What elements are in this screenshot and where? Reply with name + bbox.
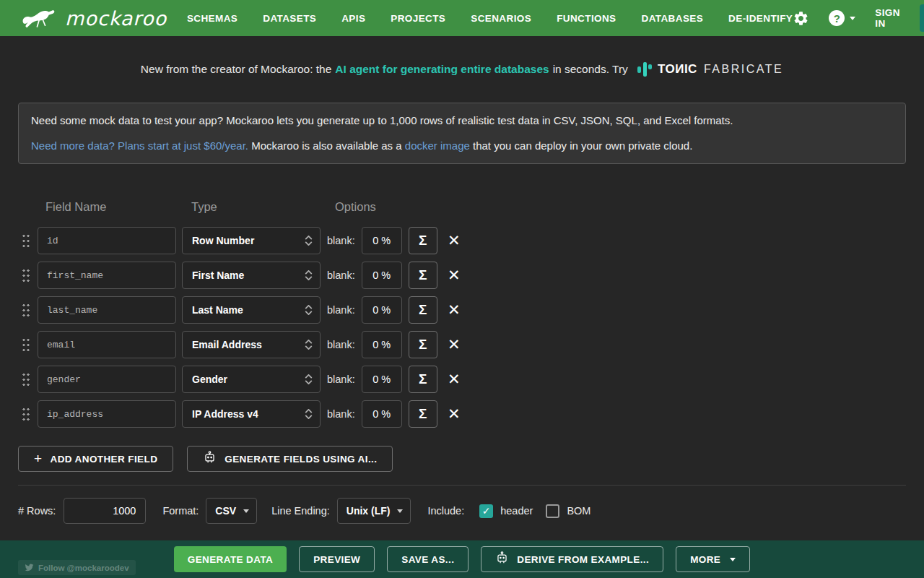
- field-name-input[interactable]: [38, 296, 176, 324]
- format-select[interactable]: CSV: [206, 498, 257, 524]
- remove-field-button[interactable]: ✕: [445, 331, 463, 358]
- drag-handle-icon[interactable]: [22, 372, 30, 387]
- upgrade-button[interactable]: UPGRADE: [920, 4, 924, 32]
- nav-item-scenarios[interactable]: SCENARIOS: [471, 13, 531, 24]
- blank-label: blank:: [327, 408, 355, 420]
- caret-down-icon: [243, 509, 249, 513]
- caret-down-icon: [397, 509, 403, 513]
- remove-field-button[interactable]: ✕: [445, 262, 463, 289]
- fabricate-wordmark: FABRICATE: [704, 63, 783, 76]
- blank-percent-input[interactable]: [362, 400, 402, 428]
- bom-checkbox[interactable]: [546, 504, 559, 518]
- field-type-select[interactable]: IP Address v4: [182, 400, 321, 428]
- header-field-name: Field Name: [45, 200, 106, 214]
- kangaroo-icon: [20, 6, 58, 30]
- robot-icon: [495, 551, 509, 567]
- generate-fields-ai-button[interactable]: GENERATE FIELDS USING AI...: [187, 446, 393, 472]
- help-menu-button[interactable]: ?: [829, 10, 855, 26]
- generate-data-button[interactable]: GENERATE DATA: [174, 546, 287, 572]
- drag-handle-icon[interactable]: [22, 407, 30, 422]
- remove-field-button[interactable]: ✕: [445, 227, 463, 254]
- blank-percent-input[interactable]: [362, 331, 402, 358]
- nav-item-schemas[interactable]: SCHEMAS: [187, 13, 237, 24]
- intro-line1: Need some mock data to test your app? Mo…: [31, 113, 893, 128]
- formula-button[interactable]: Σ: [409, 366, 437, 393]
- plans-link[interactable]: Need more data? Plans start at just $60/…: [31, 139, 248, 152]
- formula-button[interactable]: Σ: [409, 296, 437, 324]
- field-name-input[interactable]: [38, 366, 176, 393]
- nav-item-datasets[interactable]: DATASETS: [263, 13, 316, 24]
- mockaroo-logo[interactable]: mockaroo: [20, 6, 167, 30]
- remove-field-button[interactable]: ✕: [445, 296, 463, 324]
- remove-field-button[interactable]: ✕: [445, 400, 463, 428]
- nav-item-de-identify[interactable]: DE-IDENTIFY: [728, 13, 793, 24]
- field-type-select[interactable]: Last Name: [182, 296, 321, 324]
- field-name-input[interactable]: [38, 331, 176, 358]
- field-type-select[interactable]: First Name: [182, 262, 321, 289]
- field-rows: Row Number blank: Σ ✕ First Name blank: …: [18, 227, 906, 428]
- row-actions: + ADD ANOTHER FIELD GENERATE FIELDS USIN…: [18, 446, 906, 472]
- include-label: Include:: [427, 505, 464, 517]
- save-as-button[interactable]: SAVE AS...: [387, 546, 468, 572]
- blank-percent-input[interactable]: [362, 296, 402, 324]
- promo-suffix: in seconds. Try: [553, 63, 628, 76]
- nav-item-apis[interactable]: APIS: [341, 13, 365, 24]
- field-row: Gender blank: Σ ✕: [18, 366, 906, 393]
- formula-button[interactable]: Σ: [409, 400, 437, 428]
- chevron-updown-icon: [305, 305, 313, 315]
- field-name-input[interactable]: [38, 227, 176, 254]
- header-checkbox-label: header: [500, 505, 533, 517]
- nav-item-projects[interactable]: PROJECTS: [391, 13, 445, 24]
- field-row: Last Name blank: Σ ✕: [18, 296, 906, 324]
- blank-label: blank:: [327, 235, 355, 246]
- preview-button[interactable]: PREVIEW: [299, 546, 375, 572]
- field-name-input[interactable]: [38, 262, 176, 289]
- blank-label: blank:: [327, 269, 355, 281]
- field-row: IP Address v4 blank: Σ ✕: [18, 400, 906, 428]
- derive-from-example-button[interactable]: DERIVE FROM EXAMPLE...: [481, 546, 663, 572]
- line-ending-select[interactable]: Unix (LF): [337, 498, 411, 524]
- num-rows-input[interactable]: [64, 498, 146, 524]
- blank-percent-input[interactable]: [362, 227, 402, 254]
- nav-menu: SCHEMAS DATASETS APIS PROJECTS SCENARIOS…: [187, 13, 793, 24]
- nav-right-group: ? SIGN IN UPGRADE: [793, 4, 924, 32]
- settings-gear-icon[interactable]: [793, 10, 809, 27]
- formula-button[interactable]: Σ: [409, 262, 437, 289]
- chevron-down-icon: [850, 17, 855, 20]
- brand-name: mockaroo: [65, 7, 167, 30]
- nav-item-databases[interactable]: DATABASES: [642, 13, 704, 24]
- formula-button[interactable]: Σ: [409, 331, 437, 358]
- drag-handle-icon[interactable]: [22, 337, 30, 353]
- twitter-bird-icon: [25, 563, 34, 572]
- field-name-input[interactable]: [38, 400, 176, 428]
- field-type-select[interactable]: Row Number: [182, 227, 321, 254]
- twitter-follow-button[interactable]: Follow @mockaroodev: [18, 560, 136, 575]
- docker-image-link[interactable]: docker image: [405, 139, 470, 152]
- add-field-button[interactable]: + ADD ANOTHER FIELD: [18, 446, 173, 472]
- blank-percent-input[interactable]: [362, 366, 402, 393]
- field-type-select[interactable]: Gender: [182, 366, 321, 393]
- sign-in-link[interactable]: SIGN IN: [875, 7, 900, 29]
- tonic-wordmark: TOИIC: [658, 62, 697, 77]
- intro-box: Need some mock data to test your app? Mo…: [18, 103, 906, 164]
- field-type-select[interactable]: Email Address: [182, 331, 321, 358]
- formula-button[interactable]: Σ: [409, 227, 437, 254]
- tonic-icon: [637, 61, 653, 77]
- top-nav: mockaroo SCHEMAS DATASETS APIS PROJECTS …: [0, 0, 924, 36]
- field-table-headers: Field Name Type Options: [18, 200, 906, 215]
- format-label: Format:: [162, 505, 199, 517]
- blank-percent-input[interactable]: [362, 262, 402, 289]
- tonic-fabricate-logo[interactable]: TOИIC FABRICATE: [637, 61, 783, 77]
- header-checkbox[interactable]: ✓: [479, 504, 493, 518]
- nav-item-functions[interactable]: FUNCTIONS: [557, 13, 616, 24]
- drag-handle-icon[interactable]: [22, 268, 30, 283]
- more-button[interactable]: MORE: [676, 546, 750, 572]
- drag-handle-icon[interactable]: [22, 233, 30, 249]
- drag-handle-icon[interactable]: [22, 303, 30, 318]
- promo-ai-agent-link[interactable]: AI agent for generating entire databases: [335, 63, 549, 76]
- remove-field-button[interactable]: ✕: [445, 366, 463, 393]
- chevron-updown-icon: [305, 409, 313, 419]
- blank-label: blank:: [327, 374, 355, 385]
- blank-label: blank:: [327, 304, 355, 316]
- promo-prefix: New from the creator of Mockaroo: the: [141, 63, 331, 76]
